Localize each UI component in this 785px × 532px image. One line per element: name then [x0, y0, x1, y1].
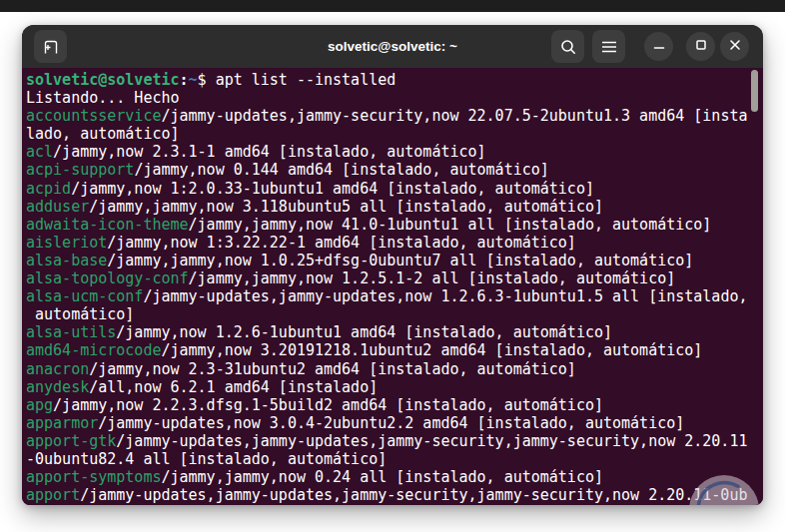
terminal-line: apport-gtk/jammy-updates,jammy-updates,j… [26, 432, 763, 450]
titlebar[interactable]: solvetic@solvetic: ~ [22, 25, 763, 68]
terminal-line: automático] [26, 305, 763, 323]
terminal-line: lado, automático] [26, 125, 763, 143]
search-button[interactable] [551, 30, 584, 63]
terminal-line: amd64-microcode/jammy,now 3.20191218.1ub… [26, 341, 763, 359]
terminal-line: apport-symptoms/jammy,jammy,now 0.24 all… [26, 468, 763, 486]
terminal-line: adwaita-icon-theme/jammy,jammy,now 41.0-… [26, 216, 763, 234]
terminal-line: aisleriot/jammy,now 1:3.22.22-1 amd64 [i… [26, 234, 763, 252]
terminal-line: anacron/jammy,now 2.3-31ubuntu2 amd64 [i… [26, 360, 763, 378]
terminal-output: solvetic@solvetic:~$ apt list --installe… [26, 71, 763, 504]
terminal-line: acl/jammy,now 2.3.1-1 amd64 [instalado, … [26, 143, 763, 161]
terminal-line: alsa-utils/jammy,now 1.2.6-1ubuntu1 amd6… [26, 323, 763, 341]
maximize-button[interactable] [686, 32, 715, 61]
new-tab-button[interactable] [34, 30, 67, 63]
scrollbar-thumb[interactable] [751, 70, 758, 112]
search-icon [559, 38, 577, 56]
terminal-screen[interactable]: solvetic@solvetic:~$ apt list --installe… [22, 68, 763, 505]
terminal-line: acpi-support/jammy,now 0.144 amd64 [inst… [26, 161, 763, 179]
minimize-icon [652, 38, 666, 56]
close-button[interactable] [720, 32, 749, 61]
terminal-line: alsa-topology-conf/jammy,jammy,now 1.2.5… [26, 269, 763, 287]
screen-top-strip [0, 0, 785, 12]
maximize-icon [694, 38, 708, 56]
terminal-line: acpid/jammy,now 1:2.0.33-1ubuntu1 amd64 … [26, 180, 763, 198]
terminal-line: apg/jammy,now 2.2.3.dfsg.1-5build2 amd64… [26, 396, 763, 414]
terminal-line: -0ubuntu82.4 all [instalado, automático] [26, 450, 763, 468]
new-tab-icon [41, 37, 61, 57]
minimize-button[interactable] [644, 32, 673, 61]
terminal-window: solvetic@solvetic: ~ [22, 25, 763, 505]
terminal-line: alsa-base/jammy,jammy,now 1.0.25+dfsg-0u… [26, 252, 763, 269]
menu-button[interactable] [592, 30, 625, 63]
terminal-line: apparmor/jammy-updates,now 3.0.4-2ubuntu… [26, 414, 763, 432]
terminal-line: alsa-ucm-conf/jammy-updates,jammy-update… [26, 287, 763, 305]
terminal-line: Listando... Hecho [26, 89, 763, 107]
terminal-line: apport/jammy-updates,jammy-updates,jammy… [26, 486, 763, 504]
terminal-line: anydesk/all,now 6.2.1 amd64 [instalado] [26, 378, 763, 396]
terminal-line: adduser/jammy,jammy,now 3.118ubuntu5 all… [26, 198, 763, 216]
hamburger-menu-icon [601, 40, 617, 54]
close-icon [728, 38, 742, 56]
terminal-line: solvetic@solvetic:~$ apt list --installe… [26, 71, 763, 89]
terminal-line: accountsservice/jammy-updates,jammy-secu… [26, 107, 763, 125]
screenshot-root: solvetic@solvetic: ~ [0, 0, 785, 532]
